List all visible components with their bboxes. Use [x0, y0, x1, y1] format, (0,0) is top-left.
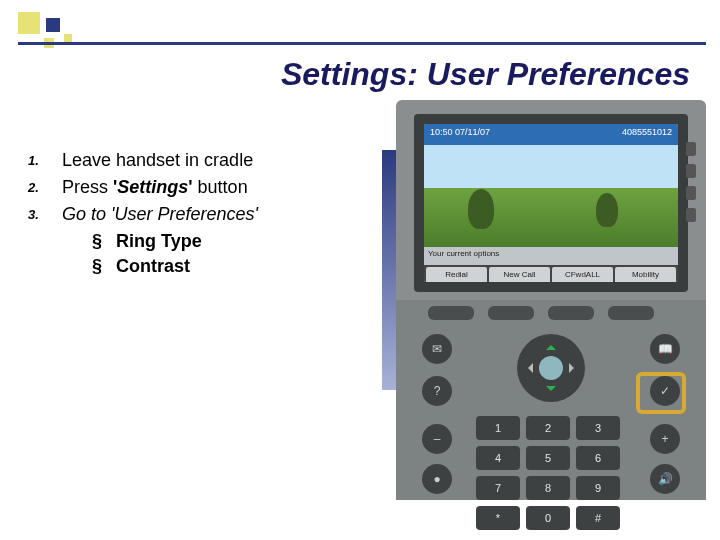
screen-softkeys: Redial New Call CFwdALL Mobility [424, 265, 678, 282]
help-button[interactable]: ? [422, 376, 452, 406]
key-7[interactable]: 7 [476, 476, 520, 500]
speaker-icon: 🔊 [658, 472, 673, 486]
messages-button[interactable]: ✉ [422, 334, 452, 364]
key-4[interactable]: 4 [476, 446, 520, 470]
key-1[interactable]: 1 [476, 416, 520, 440]
phone-button-area: ✉ ? 📖 ✓ – ● + 🔊 1 2 3 4 5 6 7 8 9 * 0 # [396, 300, 706, 500]
screen-status-bar: 10:50 07/11/07 4085551012 [424, 124, 678, 145]
nav-left-icon[interactable] [523, 363, 533, 373]
softkey-button-2[interactable] [488, 306, 534, 320]
nav-down-icon[interactable] [546, 386, 556, 396]
instruction-list: 1. Leave handset in cradle 2. Press 'Set… [28, 150, 398, 277]
phone-bezel: 10:50 07/11/07 4085551012 Your current o… [414, 114, 688, 292]
step-2: 2. Press 'Settings' button [28, 177, 398, 198]
phone-screen: 10:50 07/11/07 4085551012 Your current o… [424, 124, 678, 282]
plus-icon: + [661, 432, 668, 446]
softkey-mobility[interactable]: Mobility [615, 267, 676, 282]
slide-title: Settings: User Preferences [281, 56, 690, 93]
key-6[interactable]: 6 [576, 446, 620, 470]
sub-ring-type: § Ring Type [92, 231, 398, 252]
softkey-button-1[interactable] [428, 306, 474, 320]
directories-button[interactable]: 📖 [650, 334, 680, 364]
softkey-button-3[interactable] [548, 306, 594, 320]
key-5[interactable]: 5 [526, 446, 570, 470]
help-icon: ? [434, 384, 441, 398]
side-gradient-bar [382, 150, 396, 390]
line-key-1[interactable] [686, 142, 696, 156]
sub-contrast: § Contrast [92, 256, 398, 277]
key-hash[interactable]: # [576, 506, 620, 530]
nav-right-icon[interactable] [569, 363, 579, 373]
envelope-icon: ✉ [432, 342, 442, 356]
nav-select-button[interactable] [539, 356, 563, 380]
volume-down-button[interactable]: – [422, 424, 452, 454]
screen-wallpaper [424, 145, 678, 247]
line-key-2[interactable] [686, 164, 696, 178]
minus-icon: – [434, 432, 441, 446]
key-star[interactable]: * [476, 506, 520, 530]
line-key-4[interactable] [686, 208, 696, 222]
settings-button[interactable]: ✓ [650, 376, 680, 406]
nav-cluster[interactable] [517, 334, 585, 402]
softkey-newcall[interactable]: New Call [489, 267, 550, 282]
softkey-cfwdall[interactable]: CFwdALL [552, 267, 613, 282]
corner-decoration [18, 12, 88, 52]
softkey-button-4[interactable] [608, 306, 654, 320]
key-8[interactable]: 8 [526, 476, 570, 500]
mute-button[interactable]: ● [422, 464, 452, 494]
softkey-redial[interactable]: Redial [426, 267, 487, 282]
key-0[interactable]: 0 [526, 506, 570, 530]
key-2[interactable]: 2 [526, 416, 570, 440]
key-3[interactable]: 3 [576, 416, 620, 440]
screen-options-label: Your current options [424, 247, 678, 265]
top-rule [18, 42, 706, 45]
book-icon: 📖 [658, 342, 673, 356]
volume-up-button[interactable]: + [650, 424, 680, 454]
mute-icon: ● [433, 472, 440, 486]
nav-up-icon[interactable] [546, 340, 556, 350]
check-icon: ✓ [660, 384, 670, 398]
key-9[interactable]: 9 [576, 476, 620, 500]
keypad: 1 2 3 4 5 6 7 8 9 * 0 # [476, 416, 626, 530]
step-3: 3. Go to 'User Preferences' [28, 204, 398, 225]
phone-illustration: 10:50 07/11/07 4085551012 Your current o… [396, 100, 706, 500]
line-key-3[interactable] [686, 186, 696, 200]
speaker-button[interactable]: 🔊 [650, 464, 680, 494]
step-1: 1. Leave handset in cradle [28, 150, 398, 171]
